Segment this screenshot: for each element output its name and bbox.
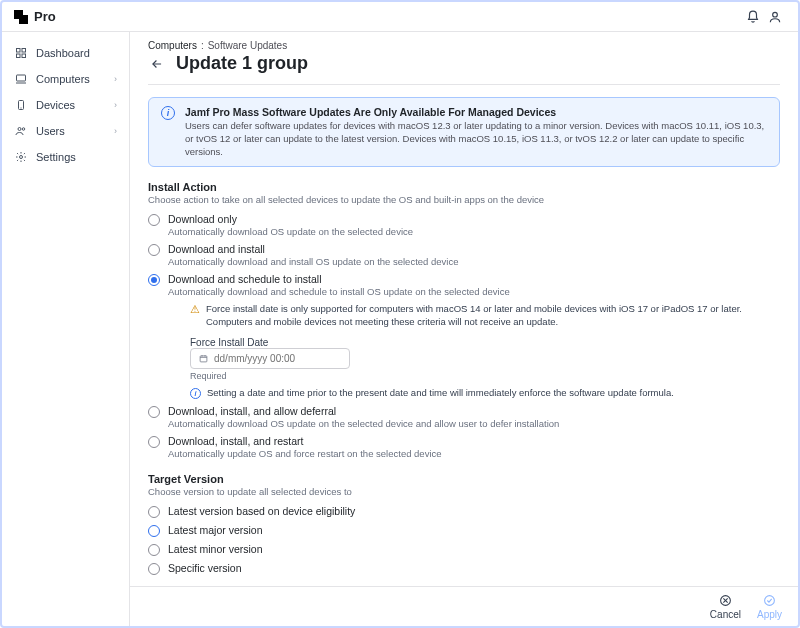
sidebar-item-users[interactable]: Users › xyxy=(2,118,129,144)
chevron-right-icon: › xyxy=(114,74,117,84)
option-label: Download, install, and allow deferral xyxy=(168,405,559,417)
gear-icon xyxy=(14,151,28,163)
button-label: Cancel xyxy=(710,609,741,620)
install-option-download-install[interactable]: Download and install Automatically downl… xyxy=(148,243,780,267)
calendar-icon xyxy=(199,353,208,364)
warning-icon: ⚠ xyxy=(190,304,200,315)
radio-icon xyxy=(148,506,160,518)
breadcrumb: Computers : Software Updates xyxy=(148,40,780,51)
device-icon xyxy=(14,99,28,111)
option-label: Download and schedule to install xyxy=(168,273,780,285)
radio-checked-icon xyxy=(148,274,160,286)
info-banner: i Jamf Pro Mass Software Updates Are Onl… xyxy=(148,97,780,167)
warning-text: Force install date is only supported for… xyxy=(206,303,780,329)
info-icon: i xyxy=(161,106,175,120)
sidebar-item-settings[interactable]: Settings xyxy=(2,144,129,170)
top-bar: Pro xyxy=(2,2,798,32)
option-sub: Automatically download and install OS up… xyxy=(168,256,458,267)
section-subtitle: Choose action to take on all selected de… xyxy=(148,194,780,205)
svg-point-9 xyxy=(20,156,23,159)
breadcrumb-page: Software Updates xyxy=(208,40,288,51)
bell-icon xyxy=(746,10,760,24)
svg-rect-3 xyxy=(17,54,21,58)
install-option-download-schedule[interactable]: Download and schedule to install Automat… xyxy=(148,273,780,399)
breadcrumb-root[interactable]: Computers xyxy=(148,40,197,51)
chevron-right-icon: › xyxy=(114,126,117,136)
option-label: Download and install xyxy=(168,243,458,255)
cancel-button[interactable]: Cancel xyxy=(710,593,741,620)
sidebar-item-devices[interactable]: Devices › xyxy=(2,92,129,118)
svg-rect-10 xyxy=(200,356,207,362)
computer-icon xyxy=(14,73,28,85)
svg-rect-1 xyxy=(17,49,21,53)
svg-point-12 xyxy=(765,595,775,605)
install-action-section: Install Action Choose action to take on … xyxy=(148,181,780,459)
target-version-section: Target Version Choose version to update … xyxy=(148,473,780,575)
option-label: Download, install, and restart xyxy=(168,435,442,447)
option-label: Latest minor version xyxy=(168,543,263,555)
required-label: Required xyxy=(190,371,780,381)
page-title: Update 1 group xyxy=(176,53,308,74)
user-icon xyxy=(768,10,782,24)
sidebar-item-label: Devices xyxy=(36,99,75,111)
svg-rect-5 xyxy=(17,75,26,81)
target-option-specific[interactable]: Specific version xyxy=(148,562,780,575)
brand: Pro xyxy=(14,9,56,24)
svg-rect-2 xyxy=(22,49,26,53)
install-option-restart[interactable]: Download, install, and restart Automatic… xyxy=(148,435,780,459)
brand-label: Pro xyxy=(34,9,56,24)
option-label: Latest version based on device eligibili… xyxy=(168,505,355,517)
target-option-eligibility[interactable]: Latest version based on device eligibili… xyxy=(148,505,780,518)
target-option-latest-major[interactable]: Latest major version xyxy=(148,524,780,537)
target-option-latest-minor[interactable]: Latest minor version xyxy=(148,543,780,556)
arrow-left-icon xyxy=(150,57,164,71)
cancel-icon xyxy=(718,593,732,607)
button-label: Apply xyxy=(757,609,782,620)
section-title: Install Action xyxy=(148,181,780,193)
option-label: Latest major version xyxy=(168,524,263,536)
section-subtitle: Choose version to update all selected de… xyxy=(148,486,780,497)
install-option-download-only[interactable]: Download only Automatically download OS … xyxy=(148,213,780,237)
chevron-right-icon: › xyxy=(114,100,117,110)
force-install-date-label: Force Install Date xyxy=(190,337,780,348)
radio-icon xyxy=(148,563,160,575)
hint-text: Setting a date and time prior to the pre… xyxy=(207,387,674,398)
breadcrumb-separator: : xyxy=(201,40,204,51)
svg-rect-4 xyxy=(22,54,26,58)
section-title: Target Version xyxy=(148,473,780,485)
date-field[interactable] xyxy=(214,353,341,364)
users-icon xyxy=(14,125,28,137)
banner-title: Jamf Pro Mass Software Updates Are Only … xyxy=(185,106,767,118)
radio-icon xyxy=(148,244,160,256)
brand-logo-icon xyxy=(14,10,28,24)
svg-point-8 xyxy=(22,128,25,131)
account-button[interactable] xyxy=(764,6,786,28)
install-option-allow-deferral[interactable]: Download, install, and allow deferral Au… xyxy=(148,405,780,429)
svg-point-0 xyxy=(773,12,778,17)
apply-button[interactable]: Apply xyxy=(757,593,782,620)
radio-icon xyxy=(148,544,160,556)
radio-icon xyxy=(148,436,160,448)
sidebar-item-computers[interactable]: Computers › xyxy=(2,66,129,92)
option-sub: Automatically update OS and force restar… xyxy=(168,448,442,459)
hint-note: i Setting a date and time prior to the p… xyxy=(190,387,780,399)
sidebar-item-label: Settings xyxy=(36,151,76,163)
apply-icon xyxy=(762,593,776,607)
banner-body: Users can defer software updates for dev… xyxy=(185,120,767,158)
radio-icon xyxy=(148,406,160,418)
back-button[interactable] xyxy=(148,55,166,73)
option-sub: Automatically download and schedule to i… xyxy=(168,286,780,297)
force-install-date-input[interactable] xyxy=(190,348,350,369)
option-label: Specific version xyxy=(168,562,242,574)
sidebar-item-dashboard[interactable]: Dashboard xyxy=(2,40,129,66)
footer-bar: Cancel Apply xyxy=(130,586,798,626)
schedule-details: ⚠ Force install date is only supported f… xyxy=(190,303,780,399)
svg-point-7 xyxy=(18,128,21,131)
sidebar-item-label: Users xyxy=(36,125,65,137)
notifications-button[interactable] xyxy=(742,6,764,28)
sidebar-item-label: Dashboard xyxy=(36,47,90,59)
warning-note: ⚠ Force install date is only supported f… xyxy=(190,303,780,329)
radio-icon xyxy=(148,525,160,537)
main-content: Computers : Software Updates Update 1 gr… xyxy=(130,32,798,586)
sidebar: Dashboard Computers › Devices › xyxy=(2,32,130,626)
